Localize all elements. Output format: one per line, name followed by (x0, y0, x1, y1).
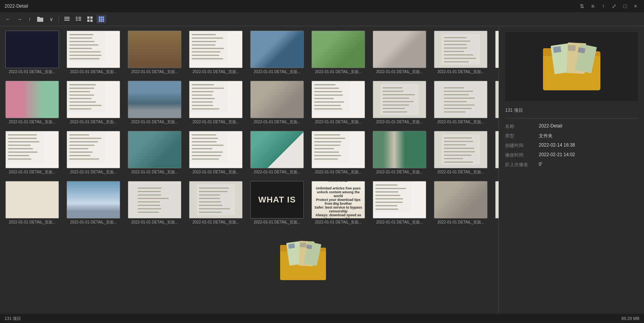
list-item[interactable]: 2022-01-01 DETAIL_页面... (493, 179, 499, 227)
share-icon[interactable]: ↑ (600, 2, 607, 10)
thumbnail-image (495, 131, 499, 168)
list-item[interactable]: 2022-01-01 DETAIL_页面... (248, 129, 306, 176)
count-value: 131 项目 (505, 107, 523, 114)
list-item[interactable]: WHAT IS2022-01-01 DETAIL_页面... (248, 179, 306, 227)
list-item[interactable]: 2022-01-01 DETAIL_页面... (3, 29, 61, 76)
list-item[interactable]: 2022-01-01 DETAIL_页面... (493, 79, 499, 126)
folder-item[interactable] (110, 233, 496, 289)
svg-rect-209 (199, 201, 221, 202)
list-item[interactable]: 2022-01-01 DETAIL_页面... (248, 79, 306, 126)
list-item[interactable]: 2022-01-01 DETAIL_页面... (309, 29, 367, 76)
forward-button[interactable]: → (15, 15, 24, 24)
thumbnail-image (434, 31, 487, 68)
sort-icon[interactable]: ⇅ (578, 2, 586, 10)
thumbnail-label: 2022-01-01 DETAIL_页面... (254, 220, 300, 225)
list-item[interactable]: 2022-01-01 DETAIL_页面... (126, 29, 184, 76)
grid-view-button[interactable] (96, 15, 106, 23)
thumbnail-image (67, 181, 120, 219)
list-item[interactable]: 2022-01-01 DETAIL_页面... (370, 129, 429, 176)
folder-button[interactable] (35, 15, 46, 23)
list-item[interactable]: 2022-01-01 DETAIL_页面... (126, 79, 184, 126)
list-item[interactable]: 2022-01-01 DETAIL_页面... (370, 179, 429, 227)
thumbnail-label: 2022-01-01 DETAIL_页面... (376, 119, 423, 125)
svg-rect-212 (199, 212, 222, 213)
list-item[interactable]: 2022-01-01 DETAIL_页面... (187, 79, 245, 126)
list-item[interactable]: 2022-01-01 DETAIL_页面... (64, 29, 122, 76)
close-icon[interactable]: × (632, 2, 639, 10)
list-item[interactable]: 2022-01-01 DETAIL_页面... (432, 29, 490, 76)
list-item[interactable]: 2022-01-01 DETAIL_页面... (64, 79, 122, 126)
thumbnail-grid-area[interactable]: 2022-01-01 DETAIL_页面...2022-01-01 DETAIL… (0, 26, 499, 323)
back-button[interactable]: ← (3, 15, 13, 24)
detail-view-button[interactable] (73, 15, 83, 23)
svg-rect-19 (101, 18, 102, 20)
list-item[interactable]: 2022-01-01 DETAIL_页面... (432, 129, 490, 176)
svg-rect-144 (69, 141, 98, 142)
svg-rect-76 (69, 105, 101, 106)
list-item[interactable]: 2022-01-01 DETAIL_页面... (187, 29, 245, 76)
name-value: 2022-Detail (539, 123, 562, 130)
svg-rect-74 (69, 98, 91, 99)
svg-rect-81 (192, 91, 214, 92)
list-item[interactable]: 2022-01-01 DETAIL_页面... (309, 79, 367, 126)
thumbnail-label: 2022-01-01 DETAIL_页面... (315, 220, 362, 225)
list-item[interactable]: AVAXHOME-Unlimited articles free passunl… (309, 179, 367, 227)
thumbnail-image (434, 81, 487, 118)
thumbnail-image (128, 81, 181, 118)
svg-rect-42 (442, 34, 480, 65)
svg-rect-8 (78, 18, 81, 19)
thumbnail-image (373, 81, 426, 118)
list-item[interactable]: 2022-01-01 DETAIL_页面... (3, 79, 61, 126)
list-view-button[interactable] (62, 15, 72, 23)
svg-rect-85 (192, 105, 213, 106)
preview-area (505, 32, 638, 101)
minmax-icon[interactable]: □ (621, 2, 629, 10)
thumbnail-label: 2022-01-01 DETAIL_页面... (131, 170, 178, 175)
list-item[interactable]: 2022-01-01 DETAIL_页面... (187, 179, 245, 227)
svg-rect-17 (103, 16, 104, 18)
main-content: 2022-01-01 DETAIL_页面...2022-01-01 DETAIL… (0, 26, 644, 323)
svg-rect-92 (314, 98, 334, 99)
svg-rect-148 (69, 155, 90, 156)
list-item[interactable]: 2022-01-01 DETAIL_页面... (3, 179, 61, 227)
svg-rect-162 (314, 141, 341, 142)
thumbnail-label: 2022-01-01 DETAIL_页面... (192, 119, 239, 125)
svg-rect-219 (375, 202, 403, 203)
folder-dropdown[interactable]: ∨ (47, 15, 55, 24)
list-icon[interactable]: ≡ (589, 2, 597, 10)
svg-rect-27 (69, 41, 95, 42)
resize-icon[interactable]: ⤢ (610, 2, 618, 10)
thumbnail-image (67, 31, 120, 68)
svg-rect-88 (314, 84, 336, 85)
thumbnail-label: 2022-01-01 DETAIL_页面... (70, 170, 117, 175)
created-label: 创建时间 (505, 142, 536, 149)
thumbnail-image (311, 81, 365, 118)
thumbnail-image (5, 81, 59, 118)
thumbnail-label: 2022-01-01 DETAIL_页面... (70, 69, 117, 75)
list-item[interactable]: 2022-01-01 DETAIL_页面... (309, 129, 367, 176)
list-item[interactable]: 2022-01-01 DETAIL_页面... (370, 29, 429, 76)
list-item[interactable]: 2022-01-01 DETAIL_页面... (370, 79, 429, 126)
list-item[interactable]: 2022-01-01 DETAIL_页面... (432, 79, 490, 126)
svg-rect-167 (314, 158, 338, 160)
list-item[interactable]: 2022-01-01 DETAIL_页面... (187, 129, 245, 176)
list-item[interactable]: 2022-01-01 DETAIL_页面... (64, 129, 122, 176)
list-item[interactable]: 2022-01-01 DETAIL_页面... (248, 29, 306, 76)
svg-rect-39 (192, 51, 220, 52)
list-item[interactable]: 2022-01-01 DETAIL_页面... (64, 179, 122, 227)
compact-view-button[interactable] (85, 15, 95, 23)
thumbnail-label: 2022-01-01 DETAIL_页面... (437, 170, 484, 175)
list-item[interactable]: 2022-01-01 DETAIL_页面... (493, 29, 499, 76)
list-item[interactable]: 2022-01-01 DETAIL_页面... (126, 179, 184, 227)
list-item[interactable]: 2022-01-01 DETAIL_页面... (3, 129, 61, 176)
toolbar: ← → ↑ ∨ (0, 12, 644, 26)
thumbnail-image (434, 181, 487, 219)
svg-rect-237 (288, 243, 295, 249)
folder-area (3, 233, 496, 289)
up-button[interactable]: ↑ (26, 15, 33, 24)
list-item[interactable]: 2022-01-01 DETAIL_页面... (493, 129, 499, 176)
thumbnail-image (250, 31, 304, 68)
svg-rect-112 (444, 108, 472, 109)
list-item[interactable]: 2022-01-01 DETAIL_页面... (432, 179, 490, 227)
list-item[interactable]: 2022-01-01 DETAIL_页面... (126, 129, 184, 176)
